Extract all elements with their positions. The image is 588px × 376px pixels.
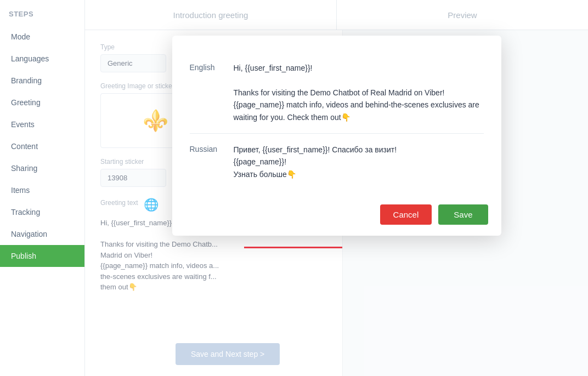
modal-footer: Cancel Save [172,196,501,236]
sidebar: Steps Mode Languages Branding Greeting E… [0,0,85,376]
modal-overlay: English Hi, {{user_first_name}}! Thanks … [85,30,588,376]
sidebar-item-events[interactable]: Events [0,113,84,135]
russian-section: Russian Привет, {{user_first_name}}! Спа… [190,134,484,190]
arrow-line [244,247,343,248]
sidebar-header: Steps [0,0,84,26]
sidebar-item-tracking[interactable]: Tracking [0,201,84,223]
translation-modal: English Hi, {{user_first_name}}! Thanks … [172,36,501,236]
sidebar-item-sharing[interactable]: Sharing [0,157,84,179]
russian-label: Russian [190,144,234,153]
header-preview: Preview [337,0,588,30]
sidebar-item-publish[interactable]: Publish [0,245,84,267]
translation-arrow [244,243,343,252]
sidebar-item-greeting[interactable]: Greeting [0,92,84,113]
main-area: Introduction greeting Preview Type Gener… [85,0,588,376]
cancel-button[interactable]: Cancel [380,204,432,225]
english-label: English [190,62,234,72]
sidebar-item-languages[interactable]: Languages [0,48,84,70]
english-content: Hi, {{user_first_name}}! Thanks for visi… [234,62,484,123]
sidebar-item-navigation[interactable]: Navigation [0,223,84,245]
header-intro-greeting: Introduction greeting [85,0,337,30]
russian-content: Привет, {{user_first_name}}! Спасибо за … [234,144,484,180]
main-header: Introduction greeting Preview [85,0,588,30]
sidebar-item-content[interactable]: Content [0,135,84,157]
english-section: English Hi, {{user_first_name}}! Thanks … [190,52,484,134]
save-button[interactable]: Save [438,204,488,225]
sidebar-item-mode[interactable]: Mode [0,26,84,48]
sidebar-item-branding[interactable]: Branding [0,70,84,92]
modal-body: English Hi, {{user_first_name}}! Thanks … [172,36,501,196]
sidebar-item-items[interactable]: Items [0,179,84,201]
